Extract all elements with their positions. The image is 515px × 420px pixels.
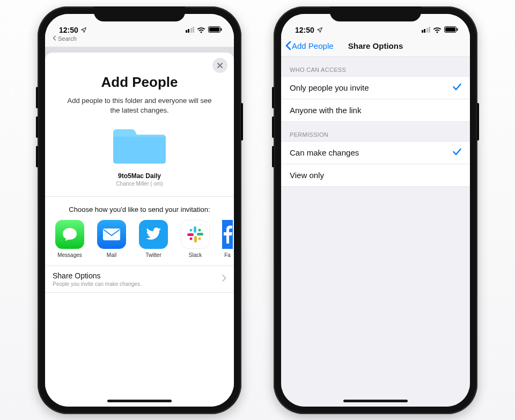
sheet-subtitle: Add people to this folder and everyone w… xyxy=(62,96,217,115)
app-mail[interactable]: Mail xyxy=(97,220,127,258)
phone-frame-left: 12:50 Search xyxy=(38,6,241,414)
phone-frame-right: 12:50 Add People Share Options xyxy=(274,6,477,414)
svg-rect-3 xyxy=(103,229,120,240)
app-slack[interactable]: Slack xyxy=(180,220,210,258)
app-twitter[interactable]: Twitter xyxy=(138,220,168,258)
svg-point-8 xyxy=(190,229,193,231)
notch xyxy=(94,6,185,21)
chevron-right-icon xyxy=(222,274,226,284)
cell-view-only[interactable]: View only xyxy=(281,164,470,187)
cellular-icon xyxy=(186,27,195,33)
breadcrumb-back[interactable]: Search xyxy=(45,35,234,47)
screen-right: 12:50 Add People Share Options xyxy=(281,14,470,407)
divider xyxy=(45,196,234,197)
wifi-icon xyxy=(197,27,205,33)
close-icon xyxy=(217,62,223,69)
cell-anyone-link[interactable]: Anyone with the link xyxy=(281,99,470,122)
battery-icon xyxy=(444,26,458,34)
svg-rect-4 xyxy=(194,226,196,233)
location-icon xyxy=(80,27,87,33)
svg-rect-2 xyxy=(221,28,222,31)
sheet-title: Add People xyxy=(45,74,234,91)
screen-left: 12:50 Search xyxy=(45,14,234,407)
notch xyxy=(330,6,421,21)
app-label: Slack xyxy=(189,252,202,258)
cell-can-make-changes[interactable]: Can make changes xyxy=(281,141,470,164)
cell-only-invited[interactable]: Only people you invite xyxy=(281,76,470,99)
share-options-sub: People you invite can make changes. xyxy=(53,281,142,287)
nav-bar: Add People Share Options xyxy=(281,35,470,57)
close-button[interactable] xyxy=(212,58,227,73)
back-button[interactable]: Add People xyxy=(285,41,334,50)
apps-row: Messages Mail Twitter xyxy=(45,220,234,266)
slack-icon xyxy=(181,220,210,249)
svg-rect-7 xyxy=(187,233,194,236)
cell-label: Can make changes xyxy=(290,148,359,157)
svg-rect-5 xyxy=(197,233,203,235)
twitter-icon xyxy=(139,220,168,249)
svg-rect-6 xyxy=(194,236,197,242)
share-options-row[interactable]: Share Options People you invite can make… xyxy=(45,266,234,293)
checkmark-icon xyxy=(453,83,461,92)
facebook-icon xyxy=(222,220,233,249)
app-label: Messages xyxy=(57,252,82,258)
svg-rect-1 xyxy=(209,27,219,32)
share-options-title: Share Options xyxy=(53,271,142,280)
folder-owner: Chance Miller ( om) xyxy=(45,181,234,187)
svg-point-9 xyxy=(198,229,201,231)
wifi-icon xyxy=(433,27,442,33)
share-sheet: Add People Add people to this folder and… xyxy=(45,53,234,407)
breadcrumb-label: Search xyxy=(58,35,77,42)
group-header-permission: PERMISSION xyxy=(281,122,470,141)
home-indicator[interactable] xyxy=(343,400,408,402)
svg-point-11 xyxy=(190,237,193,240)
messages-icon xyxy=(55,220,84,249)
app-facebook[interactable]: Fa xyxy=(222,220,233,258)
cell-label: Only people you invite xyxy=(290,83,369,92)
folder-icon xyxy=(110,124,169,169)
svg-rect-14 xyxy=(457,28,458,31)
cell-label: Anyone with the link xyxy=(290,106,361,115)
svg-point-10 xyxy=(198,237,201,240)
settings-body: WHO CAN ACCESS Only people you invite An… xyxy=(281,57,470,407)
battery-icon xyxy=(208,26,222,34)
cellular-icon xyxy=(422,27,431,33)
app-messages[interactable]: Messages xyxy=(55,220,85,258)
app-label: Fa xyxy=(224,252,231,258)
back-label: Add People xyxy=(292,41,334,50)
folder-name: 9to5Mac Daily xyxy=(45,172,234,180)
checkmark-icon xyxy=(453,148,461,157)
sheet-backdrop: Add People Add people to this folder and… xyxy=(45,47,234,407)
status-time: 12:50 xyxy=(295,26,314,34)
home-indicator[interactable] xyxy=(107,400,172,402)
group-header-access: WHO CAN ACCESS xyxy=(281,57,470,76)
status-time: 12:50 xyxy=(59,26,78,34)
cell-label: View only xyxy=(290,171,324,180)
mail-icon xyxy=(97,220,126,249)
location-icon xyxy=(317,27,323,33)
app-label: Mail xyxy=(107,252,116,258)
svg-rect-13 xyxy=(445,27,455,32)
app-label: Twitter xyxy=(145,252,161,258)
choose-invitation-text: Choose how you'd like to send your invit… xyxy=(50,205,229,213)
